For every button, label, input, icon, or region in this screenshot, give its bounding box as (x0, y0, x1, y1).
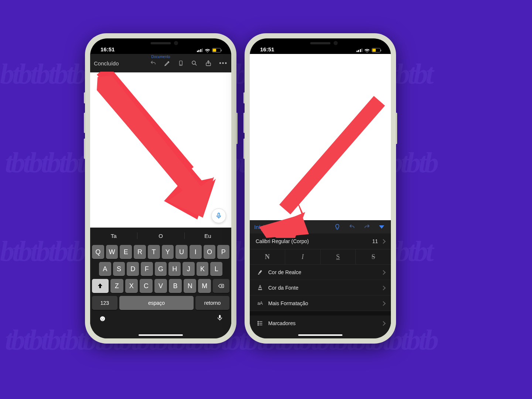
key-z[interactable]: Z (110, 279, 123, 293)
home-indicator[interactable] (139, 334, 183, 336)
key-h[interactable]: H (168, 262, 181, 276)
chevron-right-icon (382, 285, 385, 291)
suggestion-2[interactable]: O (137, 229, 184, 242)
bullets-row[interactable]: Marcadores (250, 316, 391, 331)
signal-icon (357, 48, 363, 52)
undo-icon[interactable] (150, 60, 157, 66)
svg-point-20 (258, 323, 259, 324)
key-backspace[interactable] (213, 279, 229, 293)
ribbon-header: Início (250, 220, 391, 233)
key-shift[interactable] (92, 279, 109, 293)
undo-icon[interactable] (347, 224, 357, 230)
dictation-button[interactable] (211, 208, 226, 223)
draw-icon[interactable] (164, 60, 171, 66)
key-d[interactable]: D (127, 262, 139, 276)
menu-label: Marcadores (268, 320, 296, 326)
key-f[interactable]: F (141, 262, 153, 276)
key-t[interactable]: T (148, 245, 160, 259)
chevron-right-icon (382, 320, 385, 326)
menu-label: Cor da Fonte (268, 285, 299, 291)
text-case-icon: aA (256, 301, 265, 306)
highlight-icon (256, 269, 265, 276)
phone-right: 16:51 Início Calibri Regular ( (245, 33, 396, 344)
key-g[interactable]: G (155, 262, 167, 276)
key-x[interactable]: X (125, 279, 138, 293)
underline-button[interactable]: S (320, 249, 356, 264)
doc-title[interactable]: Documento (90, 55, 231, 59)
more-formatting-row[interactable]: aA Mais Formatação (250, 296, 391, 311)
notch (285, 38, 355, 50)
italic-button[interactable]: I (285, 249, 320, 264)
key-c[interactable]: C (140, 279, 153, 293)
emoji-button[interactable]: ☻ (98, 314, 107, 323)
phone-left: 16:51 Documento Concluído ••• (85, 33, 236, 344)
highlight-color-row[interactable]: Cor de Realce (250, 265, 391, 280)
key-n[interactable]: N (184, 279, 197, 293)
chevron-right-icon (382, 238, 385, 244)
document-canvas[interactable] (250, 54, 391, 220)
collapse-ribbon-icon[interactable] (377, 225, 386, 229)
key-space[interactable]: espaço (119, 296, 194, 310)
key-w[interactable]: W (106, 245, 118, 259)
key-m[interactable]: M (198, 279, 211, 293)
bold-button[interactable]: N (250, 249, 285, 264)
font-color-row[interactable]: Cor da Fonte (250, 280, 391, 296)
font-color-icon (256, 284, 265, 291)
mobile-icon[interactable] (178, 60, 184, 66)
key-p[interactable]: P (217, 245, 229, 259)
svg-rect-13 (219, 315, 221, 318)
status-time: 16:51 (260, 46, 274, 52)
key-o[interactable]: O (204, 245, 216, 259)
chevron-right-icon (382, 300, 385, 306)
dictate-button[interactable] (216, 314, 223, 323)
svg-rect-4 (218, 213, 220, 216)
svg-point-1 (181, 65, 181, 65)
ribbon-tab-label: Início (254, 224, 267, 230)
more-icon[interactable]: ••• (219, 60, 228, 66)
key-k[interactable]: K (197, 262, 209, 276)
ribbon-tab-button[interactable]: Início (254, 224, 273, 230)
selector-icon (270, 225, 273, 229)
chevron-right-icon (382, 269, 385, 275)
menu-label: Mais Formatação (268, 300, 308, 306)
svg-point-19 (258, 321, 259, 322)
key-numbers[interactable]: 123 (92, 296, 117, 310)
home-indicator[interactable] (298, 334, 342, 336)
share-icon[interactable] (205, 60, 212, 66)
key-e[interactable]: E (120, 245, 132, 259)
key-b[interactable]: B (169, 279, 182, 293)
tell-me-icon[interactable] (332, 224, 342, 230)
suggestion-3[interactable]: Eu (184, 229, 231, 242)
font-name: Calibri Regular (Corpo) (256, 238, 309, 244)
key-return[interactable]: retorno (195, 296, 229, 310)
key-l[interactable]: L (210, 262, 222, 276)
menu-label: Cor de Realce (268, 269, 301, 275)
key-i[interactable]: I (190, 245, 202, 259)
key-s[interactable]: S (113, 262, 125, 276)
ribbon-panel: Calibri Regular (Corpo) 11 N I S S Cor d… (250, 233, 391, 338)
key-u[interactable]: U (175, 245, 188, 259)
font-row[interactable]: Calibri Regular (Corpo) 11 (250, 233, 391, 249)
svg-point-2 (192, 61, 195, 64)
key-y[interactable]: Y (162, 245, 174, 259)
svg-rect-18 (258, 289, 262, 290)
bullets-icon (256, 320, 265, 327)
key-v[interactable]: V (154, 279, 167, 293)
app-toolbar: Documento Concluído ••• (90, 54, 231, 72)
svg-point-21 (258, 324, 259, 325)
suggestion-1[interactable]: Ta (90, 229, 137, 242)
notch (126, 38, 196, 50)
wifi-icon (205, 48, 210, 52)
status-time: 16:51 (100, 46, 115, 52)
redo-icon[interactable] (362, 224, 372, 230)
key-r[interactable]: R (134, 245, 146, 259)
document-canvas[interactable] (90, 72, 231, 228)
done-button[interactable]: Concluído (94, 60, 119, 66)
keyboard: Ta O Eu Q W E R T Y U I O P A S D F (90, 228, 231, 338)
font-size: 11 (372, 238, 378, 244)
strike-button[interactable]: S (355, 249, 391, 264)
key-q[interactable]: Q (92, 245, 104, 259)
search-icon[interactable] (191, 60, 198, 66)
key-a[interactable]: A (99, 262, 111, 276)
key-j[interactable]: J (183, 262, 195, 276)
